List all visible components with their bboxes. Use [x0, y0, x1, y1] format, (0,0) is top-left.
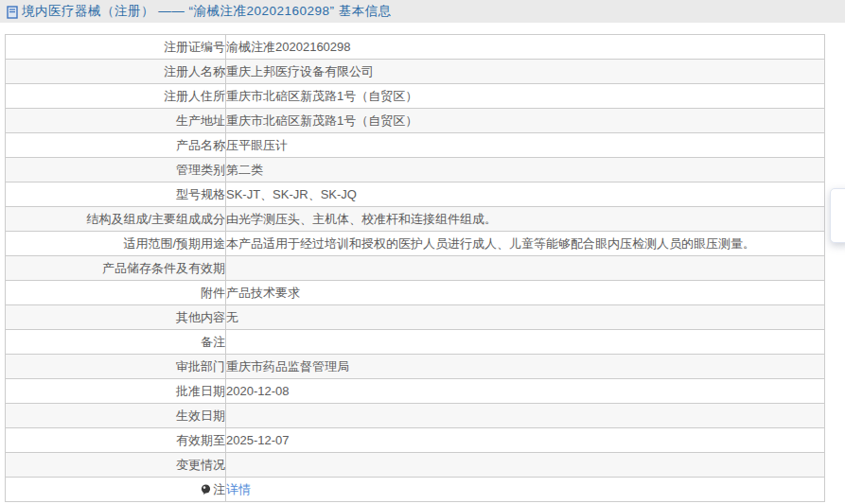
row-value: 由光学测压头、主机体、校准杆和连接组件组成。 [226, 207, 825, 232]
details-link[interactable]: 详情 [226, 482, 251, 496]
row-value: 重庆上邦医疗设备有限公司 [226, 60, 825, 84]
row-label-text: 审批部门 [176, 359, 225, 374]
row-value: 2020-12-08 [226, 379, 825, 404]
row-value: 2025-12-07 [226, 428, 825, 453]
row-label: 审批部门 [6, 355, 226, 379]
row-label-text: 批准日期 [176, 384, 225, 398]
table-row: 有效期至2025-12-07 [6, 428, 825, 453]
table-row: 审批部门重庆市药品监督管理局 [6, 355, 825, 379]
row-label-text: 生效日期 [176, 408, 225, 423]
row-label-text: 变更情况 [176, 458, 225, 472]
row-label-text: 注册人住所 [164, 89, 225, 103]
row-label-text: 型号规格 [176, 187, 225, 201]
table-row: 备注 [6, 330, 825, 355]
row-label-text: 附件 [201, 286, 225, 300]
row-label: 注 [6, 478, 226, 502]
row-value: 详情 [226, 478, 825, 502]
row-label-text: 生产地址 [176, 113, 225, 128]
comment-icon [201, 484, 211, 498]
row-label-text: 产品储存条件及有效期 [102, 261, 225, 275]
row-label: 注册人住所 [6, 84, 226, 109]
table-row: 生效日期 [6, 404, 825, 428]
row-value: 压平眼压计 [226, 133, 825, 158]
row-label: 生效日期 [6, 404, 226, 428]
row-value: 重庆市北碚区新茂路1号（自贸区） [226, 84, 825, 109]
row-value: 本产品适用于经过培训和授权的医护人员进行成人、儿童等能够配合眼内压检测人员的眼压… [226, 232, 825, 256]
row-value: 渝械注准20202160298 [226, 35, 825, 60]
table-row: 批准日期2020-12-08 [6, 379, 825, 404]
row-value [226, 453, 825, 478]
table-row: 适用范围/预期用途本产品适用于经过培训和授权的医护人员进行成人、儿童等能够配合眼… [6, 232, 825, 256]
row-value: 重庆市北碚区新茂路1号（自贸区） [226, 109, 825, 133]
row-label-text: 适用范围/预期用途 [123, 236, 225, 251]
row-label-text: 备注 [201, 335, 225, 349]
row-label: 有效期至 [6, 428, 226, 453]
row-label-text: 其他内容 [176, 310, 225, 324]
row-label-text: 注 [213, 482, 225, 496]
row-label: 附件 [6, 281, 226, 305]
page: 境内医疗器械（注册） —— “渝械注准20202160298” 基本信息 注册证… [0, 0, 845, 504]
document-icon [7, 6, 18, 19]
row-value: 第二类 [226, 158, 825, 182]
row-label: 注册证编号 [6, 35, 226, 60]
row-value [226, 404, 825, 428]
row-label: 备注 [6, 330, 226, 355]
table-row: 产品储存条件及有效期 [6, 256, 825, 281]
page-header: 境内医疗器械（注册） —— “渝械注准20202160298” 基本信息 [0, 0, 845, 23]
row-label: 批准日期 [6, 379, 226, 404]
row-label-text: 注册人名称 [164, 64, 225, 78]
page-title: 境内医疗器械（注册） —— “渝械注准20202160298” 基本信息 [22, 3, 392, 20]
table-row: 管理类别第二类 [6, 158, 825, 182]
table-row: 注册证编号渝械注准20202160298 [6, 35, 825, 60]
row-label: 管理类别 [6, 158, 226, 182]
row-label: 生产地址 [6, 109, 226, 133]
row-label: 变更情况 [6, 453, 226, 478]
floating-widget-fragment[interactable] [830, 188, 845, 243]
table-row: 产品名称压平眼压计 [6, 133, 825, 158]
row-label: 产品储存条件及有效期 [6, 256, 226, 281]
row-label: 结构及组成/主要组成成分 [6, 207, 226, 232]
row-label-text: 有效期至 [176, 433, 225, 447]
row-label-text: 管理类别 [176, 163, 225, 177]
table-row: 其他内容无 [6, 305, 825, 330]
table-row: 注册人住所重庆市北碚区新茂路1号（自贸区） [6, 84, 825, 109]
row-label: 适用范围/预期用途 [6, 232, 226, 256]
table-row: 结构及组成/主要组成成分由光学测压头、主机体、校准杆和连接组件组成。 [6, 207, 825, 232]
table-row: 型号规格SK-JT、SK-JR、SK-JQ [6, 182, 825, 207]
row-label: 注册人名称 [6, 60, 226, 84]
row-value: 重庆市药品监督管理局 [226, 355, 825, 379]
row-value: 产品技术要求 [226, 281, 825, 305]
registration-info-table: 注册证编号渝械注准20202160298注册人名称重庆上邦医疗设备有限公司注册人… [5, 34, 825, 502]
row-label-text: 结构及组成/主要组成成分 [86, 212, 225, 226]
row-label-text: 产品名称 [176, 138, 225, 152]
row-label: 产品名称 [6, 133, 226, 158]
table-row: 注册人名称重庆上邦医疗设备有限公司 [6, 60, 825, 84]
table-body: 注册证编号渝械注准20202160298注册人名称重庆上邦医疗设备有限公司注册人… [6, 35, 825, 502]
row-label: 型号规格 [6, 182, 226, 207]
row-label-text: 注册证编号 [164, 40, 225, 54]
row-value: SK-JT、SK-JR、SK-JQ [226, 182, 825, 207]
table-row: 注详情 [6, 478, 825, 502]
table-row: 附件产品技术要求 [6, 281, 825, 305]
row-value [226, 256, 825, 281]
table-row: 生产地址重庆市北碚区新茂路1号（自贸区） [6, 109, 825, 133]
table-row: 变更情况 [6, 453, 825, 478]
row-value [226, 330, 825, 355]
row-label: 其他内容 [6, 305, 226, 330]
row-value: 无 [226, 305, 825, 330]
